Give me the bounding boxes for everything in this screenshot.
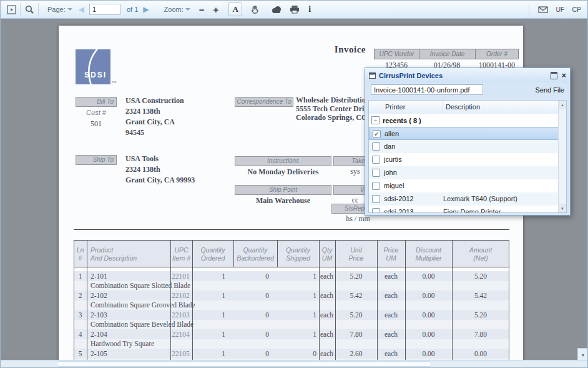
item-cell-qty_um: each	[319, 329, 335, 339]
page-number-input[interactable]	[89, 4, 120, 15]
items-header-cell: QuantityShipped	[277, 241, 319, 268]
printer-name: allen	[385, 127, 399, 141]
printer-checkbox[interactable]: ✓	[373, 130, 381, 138]
items-header-cell: UPCItem #	[170, 241, 192, 268]
items-header-line	[233, 240, 234, 267]
printer-checkbox[interactable]	[372, 195, 380, 203]
printer-description: Fiery Demo Printer	[443, 206, 501, 213]
toolbar-divider	[38, 3, 39, 16]
print-icon[interactable]	[290, 5, 300, 14]
items-header-cell: QtyUM	[319, 241, 335, 268]
search-icon[interactable]	[24, 4, 34, 14]
uf-button[interactable]: UF	[556, 6, 564, 13]
item-cell-unit_price: 7.80	[335, 329, 377, 339]
printer-checkbox[interactable]	[372, 169, 380, 177]
page-count-label: of 1	[127, 6, 138, 13]
filename-input[interactable]	[371, 84, 483, 95]
items-grid-line	[452, 240, 453, 361]
printer-description: Lexmark T640 (Support)	[443, 192, 517, 206]
item-cell-amount: 5.20	[452, 271, 509, 281]
invoice-item-row: 52-10522105100each2.60each0.000.00Paint …	[74, 349, 509, 361]
window-icon	[369, 72, 376, 79]
logo-tm-mark: TM	[112, 81, 117, 84]
email-envelope-icon[interactable]	[538, 6, 548, 13]
hand-tool-icon[interactable]	[250, 4, 260, 14]
info-header-cell: Invoice Date	[419, 49, 475, 59]
bill-to-address: USA Construction2324 138thGrant City, CA…	[125, 96, 184, 138]
printer-row[interactable]: sdsi-2013Fiery Demo Printer	[369, 206, 559, 213]
horizontal-scrollbar[interactable]	[1, 360, 587, 367]
text-select-tool-button[interactable]: A	[228, 2, 242, 16]
zoom-in-button[interactable]: +	[213, 4, 219, 15]
description-column-header[interactable]: Description	[443, 101, 559, 114]
printer-column-header[interactable]: Printer	[369, 101, 443, 114]
printer-name: john	[384, 166, 397, 179]
horizontal-scrollbar-thumb[interactable]	[57, 361, 431, 367]
printer-checkbox[interactable]	[372, 182, 380, 190]
printer-row[interactable]: sdsi-2012Lexmark T640 (Support)	[369, 192, 559, 206]
item-description: Combination Square Slotted Blade	[91, 281, 190, 291]
item-cell-unit_price: 5.20	[335, 271, 377, 281]
item-cell-ordered: 1	[192, 291, 233, 301]
items-header-cell: QuantityOrdered	[192, 241, 233, 268]
printer-name: jcurtis	[384, 153, 402, 166]
item-cell-shipped: 1	[277, 291, 319, 301]
item-cell-price_um: each	[377, 291, 405, 301]
zoom-dropdown-chevron-icon[interactable]	[185, 8, 190, 11]
invoice-item-row: 42-10422104101each7.80each0.007.80Hardwo…	[74, 329, 509, 349]
download-cloud-icon[interactable]	[271, 6, 282, 14]
item-cell-amount: 0.00	[452, 349, 509, 359]
bill-to-line: Grant City, CA	[125, 117, 184, 127]
dialog-title: CirrusPrint Devices	[379, 72, 551, 79]
items-grid-line	[509, 240, 509, 361]
send-file-button[interactable]: Send File	[536, 86, 564, 94]
item-cell-qty_um: each	[319, 291, 335, 301]
info-icon[interactable]: i	[308, 4, 311, 14]
pdf-viewer-window: Page: ◀ of 1 ▶ Zoom: − + A i UF CP	[0, 0, 588, 368]
scroll-up-icon[interactable]: ▲	[559, 101, 566, 109]
printer-name: dan	[384, 140, 395, 153]
bill-to-line: 2324 138th	[125, 106, 184, 117]
printer-row[interactable]: jcurtis	[369, 153, 559, 167]
recents-group-row[interactable]: − recents ( 8 )	[369, 114, 559, 127]
printer-row[interactable]: ✓allen	[369, 127, 559, 140]
ship-to-line: USA Tools	[125, 154, 195, 164]
items-table-header: Ln#ProductAnd DescriptionUPCItem #Quanti…	[74, 240, 509, 267]
close-icon[interactable]: ×	[561, 72, 566, 79]
scroll-down-icon[interactable]: ▼	[559, 204, 566, 212]
printer-checkbox[interactable]	[372, 142, 380, 151]
group-label: recents ( 8 )	[383, 117, 421, 124]
printer-checkbox[interactable]	[372, 156, 380, 164]
ship-to-address: USA Tools2324 138thGrant City, CA 99993	[125, 154, 195, 186]
items-header-cell: DiscountMultiplier	[405, 241, 452, 268]
item-cell-amount: 7.80	[452, 329, 509, 339]
items-grid-line	[377, 240, 378, 361]
zoom-label: Zoom:	[164, 6, 184, 13]
item-cell-discount: 0.00	[405, 271, 452, 281]
printer-row[interactable]: john	[369, 166, 559, 180]
item-cell-unit_price: 5.42	[335, 291, 377, 301]
prev-page-button[interactable]: ◀	[79, 5, 84, 14]
cp-button[interactable]: CP	[572, 6, 581, 13]
printer-name: miguel	[384, 179, 404, 192]
page-dropdown-chevron-icon[interactable]	[67, 8, 72, 11]
items-grid-line	[74, 240, 74, 361]
invoice-title: Invoice	[271, 44, 366, 55]
printer-checkbox[interactable]	[372, 208, 380, 213]
item-cell-backordered: 0	[233, 310, 277, 320]
dialog-titlebar[interactable]: CirrusPrint Devices ×	[365, 68, 570, 82]
printer-row[interactable]: miguel	[369, 179, 559, 193]
group-collapse-icon[interactable]: −	[371, 116, 380, 124]
zoom-out-button[interactable]: −	[199, 4, 205, 15]
item-cell-product: 2-105	[87, 349, 170, 359]
items-header-cell: UnitPrice	[335, 241, 377, 268]
sidebar-toggle-icon[interactable]	[7, 5, 16, 14]
printer-row[interactable]: dan	[369, 140, 559, 154]
next-page-button[interactable]: ▶	[143, 5, 149, 14]
item-cell-shipped: 1	[277, 271, 319, 281]
ship-point-label: Ship Point	[235, 185, 331, 195]
grid-vertical-scrollbar[interactable]: ▲ ▼	[558, 101, 566, 212]
viewer-scroll-down-button[interactable]: ▼	[577, 348, 587, 361]
item-cell-price_um: each	[377, 310, 405, 320]
maximize-icon[interactable]	[551, 72, 557, 79]
